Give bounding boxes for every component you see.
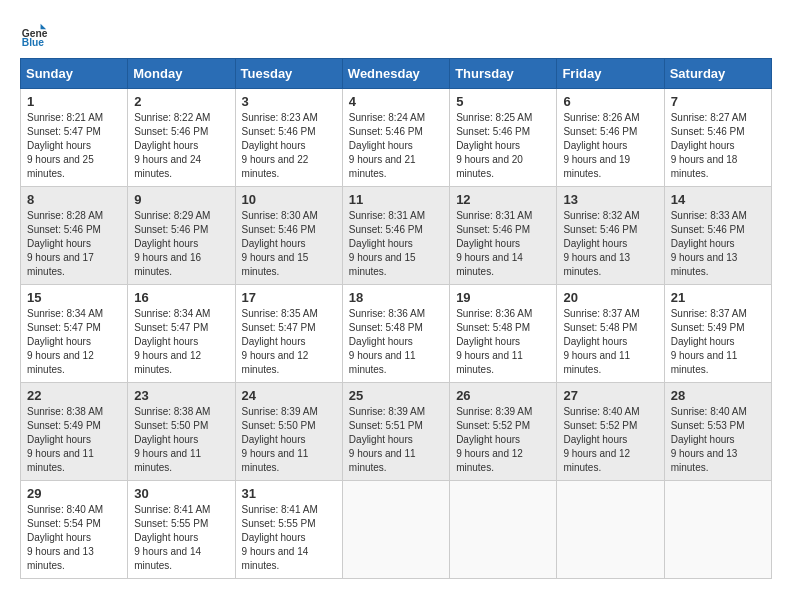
sunset-label: Sunset: 5:46 PM — [671, 224, 745, 235]
day-number: 18 — [349, 290, 443, 305]
dow-header-saturday: Saturday — [664, 59, 771, 89]
daylight-label: Daylight hours — [242, 532, 306, 543]
daylight-value: 9 hours and 22 minutes. — [242, 154, 309, 179]
day-number: 23 — [134, 388, 228, 403]
daylight-label: Daylight hours — [456, 434, 520, 445]
sunset-label: Sunset: 5:46 PM — [242, 224, 316, 235]
calendar-body: 1 Sunrise: 8:21 AM Sunset: 5:47 PM Dayli… — [21, 89, 772, 579]
calendar-cell: 15 Sunrise: 8:34 AM Sunset: 5:47 PM Dayl… — [21, 285, 128, 383]
day-number: 7 — [671, 94, 765, 109]
calendar-cell: 30 Sunrise: 8:41 AM Sunset: 5:55 PM Dayl… — [128, 481, 235, 579]
calendar-cell: 6 Sunrise: 8:26 AM Sunset: 5:46 PM Dayli… — [557, 89, 664, 187]
sunset-label: Sunset: 5:46 PM — [134, 224, 208, 235]
day-info: Sunrise: 8:32 AM Sunset: 5:46 PM Dayligh… — [563, 209, 657, 279]
day-info: Sunrise: 8:22 AM Sunset: 5:46 PM Dayligh… — [134, 111, 228, 181]
daylight-value: 9 hours and 12 minutes. — [563, 448, 630, 473]
calendar-cell: 13 Sunrise: 8:32 AM Sunset: 5:46 PM Dayl… — [557, 187, 664, 285]
calendar-table: SundayMondayTuesdayWednesdayThursdayFrid… — [20, 58, 772, 579]
daylight-label: Daylight hours — [27, 532, 91, 543]
daylight-value: 9 hours and 11 minutes. — [349, 448, 416, 473]
day-info: Sunrise: 8:40 AM Sunset: 5:53 PM Dayligh… — [671, 405, 765, 475]
daylight-label: Daylight hours — [27, 434, 91, 445]
day-number: 25 — [349, 388, 443, 403]
sunrise-label: Sunrise: 8:38 AM — [134, 406, 210, 417]
daylight-label: Daylight hours — [242, 238, 306, 249]
sunrise-label: Sunrise: 8:39 AM — [349, 406, 425, 417]
calendar-cell: 24 Sunrise: 8:39 AM Sunset: 5:50 PM Dayl… — [235, 383, 342, 481]
day-info: Sunrise: 8:38 AM Sunset: 5:49 PM Dayligh… — [27, 405, 121, 475]
daylight-value: 9 hours and 15 minutes. — [242, 252, 309, 277]
daylight-label: Daylight hours — [349, 336, 413, 347]
day-info: Sunrise: 8:39 AM Sunset: 5:52 PM Dayligh… — [456, 405, 550, 475]
day-info: Sunrise: 8:37 AM Sunset: 5:48 PM Dayligh… — [563, 307, 657, 377]
week-row-5: 29 Sunrise: 8:40 AM Sunset: 5:54 PM Dayl… — [21, 481, 772, 579]
daylight-value: 9 hours and 12 minutes. — [134, 350, 201, 375]
sunrise-label: Sunrise: 8:28 AM — [27, 210, 103, 221]
daylight-value: 9 hours and 18 minutes. — [671, 154, 738, 179]
day-number: 15 — [27, 290, 121, 305]
daylight-value: 9 hours and 17 minutes. — [27, 252, 94, 277]
day-number: 16 — [134, 290, 228, 305]
calendar-cell: 10 Sunrise: 8:30 AM Sunset: 5:46 PM Dayl… — [235, 187, 342, 285]
daylight-label: Daylight hours — [27, 336, 91, 347]
daylight-value: 9 hours and 14 minutes. — [456, 252, 523, 277]
daylight-value: 9 hours and 11 minutes. — [349, 350, 416, 375]
calendar-cell: 1 Sunrise: 8:21 AM Sunset: 5:47 PM Dayli… — [21, 89, 128, 187]
sunset-label: Sunset: 5:46 PM — [456, 126, 530, 137]
sunrise-label: Sunrise: 8:41 AM — [242, 504, 318, 515]
days-of-week-row: SundayMondayTuesdayWednesdayThursdayFrid… — [21, 59, 772, 89]
day-info: Sunrise: 8:34 AM Sunset: 5:47 PM Dayligh… — [27, 307, 121, 377]
calendar-cell: 29 Sunrise: 8:40 AM Sunset: 5:54 PM Dayl… — [21, 481, 128, 579]
sunset-label: Sunset: 5:47 PM — [27, 322, 101, 333]
daylight-label: Daylight hours — [27, 238, 91, 249]
dow-header-wednesday: Wednesday — [342, 59, 449, 89]
calendar-cell: 16 Sunrise: 8:34 AM Sunset: 5:47 PM Dayl… — [128, 285, 235, 383]
logo-icon: General Blue — [20, 20, 48, 48]
day-number: 14 — [671, 192, 765, 207]
day-number: 3 — [242, 94, 336, 109]
daylight-label: Daylight hours — [242, 434, 306, 445]
day-number: 20 — [563, 290, 657, 305]
sunset-label: Sunset: 5:48 PM — [349, 322, 423, 333]
sunrise-label: Sunrise: 8:35 AM — [242, 308, 318, 319]
dow-header-tuesday: Tuesday — [235, 59, 342, 89]
calendar-cell: 27 Sunrise: 8:40 AM Sunset: 5:52 PM Dayl… — [557, 383, 664, 481]
calendar-cell: 18 Sunrise: 8:36 AM Sunset: 5:48 PM Dayl… — [342, 285, 449, 383]
sunset-label: Sunset: 5:48 PM — [456, 322, 530, 333]
day-info: Sunrise: 8:25 AM Sunset: 5:46 PM Dayligh… — [456, 111, 550, 181]
daylight-label: Daylight hours — [349, 238, 413, 249]
sunrise-label: Sunrise: 8:39 AM — [242, 406, 318, 417]
day-info: Sunrise: 8:38 AM Sunset: 5:50 PM Dayligh… — [134, 405, 228, 475]
daylight-label: Daylight hours — [456, 336, 520, 347]
dow-header-sunday: Sunday — [21, 59, 128, 89]
daylight-label: Daylight hours — [456, 238, 520, 249]
calendar-cell: 31 Sunrise: 8:41 AM Sunset: 5:55 PM Dayl… — [235, 481, 342, 579]
sunrise-label: Sunrise: 8:31 AM — [456, 210, 532, 221]
sunset-label: Sunset: 5:52 PM — [563, 420, 637, 431]
sunrise-label: Sunrise: 8:32 AM — [563, 210, 639, 221]
day-info: Sunrise: 8:33 AM Sunset: 5:46 PM Dayligh… — [671, 209, 765, 279]
daylight-value: 9 hours and 13 minutes. — [671, 252, 738, 277]
week-row-2: 8 Sunrise: 8:28 AM Sunset: 5:46 PM Dayli… — [21, 187, 772, 285]
sunrise-label: Sunrise: 8:36 AM — [456, 308, 532, 319]
daylight-label: Daylight hours — [671, 238, 735, 249]
day-info: Sunrise: 8:39 AM Sunset: 5:51 PM Dayligh… — [349, 405, 443, 475]
daylight-label: Daylight hours — [134, 238, 198, 249]
page-header: General Blue — [20, 20, 772, 48]
day-number: 27 — [563, 388, 657, 403]
day-info: Sunrise: 8:36 AM Sunset: 5:48 PM Dayligh… — [349, 307, 443, 377]
calendar-cell: 3 Sunrise: 8:23 AM Sunset: 5:46 PM Dayli… — [235, 89, 342, 187]
daylight-value: 9 hours and 12 minutes. — [242, 350, 309, 375]
day-number: 17 — [242, 290, 336, 305]
daylight-label: Daylight hours — [134, 434, 198, 445]
sunset-label: Sunset: 5:46 PM — [563, 224, 637, 235]
sunrise-label: Sunrise: 8:25 AM — [456, 112, 532, 123]
daylight-value: 9 hours and 19 minutes. — [563, 154, 630, 179]
daylight-value: 9 hours and 14 minutes. — [134, 546, 201, 571]
sunset-label: Sunset: 5:55 PM — [134, 518, 208, 529]
calendar-cell: 28 Sunrise: 8:40 AM Sunset: 5:53 PM Dayl… — [664, 383, 771, 481]
calendar-cell: 22 Sunrise: 8:38 AM Sunset: 5:49 PM Dayl… — [21, 383, 128, 481]
sunset-label: Sunset: 5:47 PM — [242, 322, 316, 333]
day-number: 28 — [671, 388, 765, 403]
sunset-label: Sunset: 5:46 PM — [563, 126, 637, 137]
